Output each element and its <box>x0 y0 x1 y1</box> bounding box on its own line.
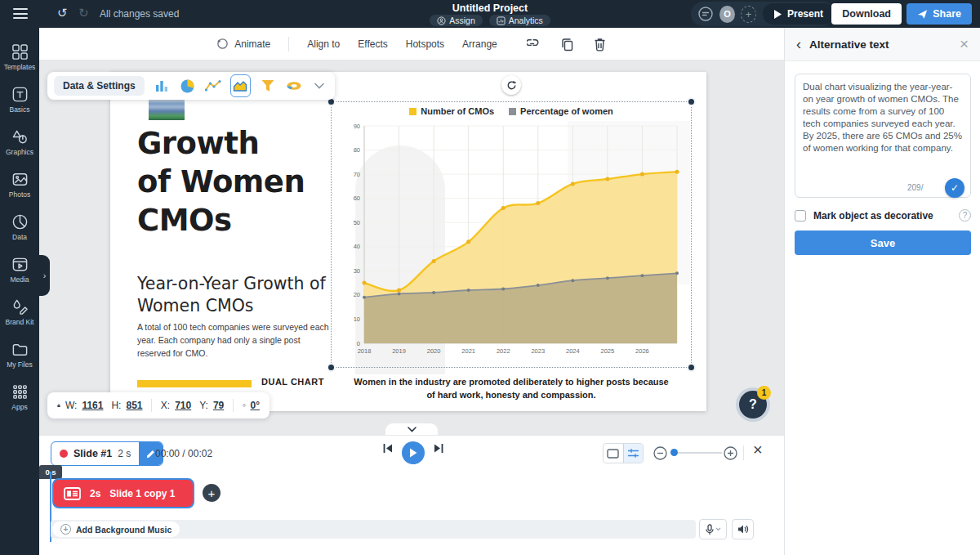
animate-button[interactable]: Animate <box>216 38 270 50</box>
zoom-out-button[interactable] <box>653 446 667 460</box>
speaker-button[interactable] <box>732 519 754 539</box>
toolbar-divider <box>288 37 289 51</box>
svg-text:2023: 2023 <box>531 347 545 355</box>
height-value[interactable]: 851 <box>126 400 142 411</box>
share-button[interactable]: Share <box>906 3 972 25</box>
rotation-value[interactable]: 0° <box>251 400 260 411</box>
sidebar-item-data[interactable]: Data <box>0 206 39 248</box>
present-label: Present <box>787 8 823 20</box>
link-icon[interactable] <box>527 36 542 51</box>
back-chevron-icon[interactable]: ‹ <box>796 36 801 53</box>
skip-forward-button[interactable] <box>433 442 444 454</box>
lock-icon[interactable] <box>57 400 60 411</box>
area-chart[interactable]: 0102030405060708090201820192020202120222… <box>343 123 682 358</box>
slide-chip[interactable]: Slide #1 2 s <box>51 441 163 466</box>
timeline-collapse-tab[interactable] <box>385 423 438 435</box>
donut-chart-icon[interactable] <box>285 76 303 96</box>
sidebar-item-graphics[interactable]: Graphics <box>0 121 39 163</box>
analytics-icon <box>497 16 506 25</box>
timeline-view-button[interactable] <box>623 444 644 463</box>
comments-icon[interactable] <box>697 6 714 23</box>
save-button[interactable]: Save <box>795 231 971 255</box>
chevron-down-icon[interactable] <box>310 76 328 96</box>
timeline-time: 00:00 / 00:02 <box>155 448 212 459</box>
chart-caption[interactable]: Women in the industry are promoted delib… <box>352 375 670 401</box>
decorative-checkbox[interactable] <box>795 210 806 222</box>
zoom-slider-track[interactable] <box>673 452 722 454</box>
play-button[interactable] <box>402 441 425 464</box>
sidebar-expand-chevron[interactable]: › <box>39 255 50 296</box>
sidebar-item-basics[interactable]: Basics <box>0 78 39 121</box>
record-dot-icon <box>60 450 68 458</box>
share-icon <box>917 9 928 20</box>
svg-text:2024: 2024 <box>566 347 580 355</box>
assign-button[interactable]: Assign <box>430 15 483 26</box>
skip-back-button[interactable] <box>382 442 394 454</box>
sidebar-item-apps[interactable]: Apps <box>0 376 39 418</box>
dimension-bar: W: 1161 H: 851 X: 710 Y: 79 0° <box>47 392 270 418</box>
delete-icon[interactable] <box>593 37 607 51</box>
microphone-button[interactable] <box>699 519 727 539</box>
photos-icon <box>11 171 29 188</box>
sidebar-item-templates[interactable]: Templates <box>0 36 39 78</box>
analytics-button[interactable]: Analytics <box>489 15 550 26</box>
arrange-button[interactable]: Arrange <box>462 38 497 50</box>
zoom-slider-handle[interactable] <box>670 449 678 456</box>
sidebar-item-photos[interactable]: Photos <box>0 163 39 206</box>
line-chart-icon[interactable] <box>204 76 222 96</box>
slide-title[interactable]: Growth of Women CMOs <box>137 124 305 239</box>
sidebar-item-brand-kit[interactable]: Brand Kit <box>0 291 39 333</box>
hotspots-button[interactable]: Hotspots <box>406 38 444 50</box>
chart-toolbar: Data & Settings <box>47 72 335 100</box>
sidebar-item-my-files[interactable]: My Files <box>0 333 39 376</box>
check-badge-icon: ✓ <box>945 178 964 198</box>
slide-card[interactable]: 2s Slide 1 copy 1 <box>52 478 194 508</box>
slide-body-text[interactable]: A total of 100 tech companies were surve… <box>137 320 332 360</box>
align-to-button[interactable]: Align to <box>307 38 340 50</box>
slide-view-button[interactable] <box>604 444 623 463</box>
funnel-chart-icon[interactable] <box>259 76 277 96</box>
legend-item-cmos[interactable]: Number of CMOs <box>409 106 494 116</box>
microphone-icon <box>706 524 714 535</box>
sidebar-item-media[interactable]: Media <box>0 248 39 291</box>
timeline-panel: Slide #1 2 s 00:00 / 00:02 <box>39 435 784 555</box>
timeline-view-toggle <box>603 443 644 463</box>
apps-icon <box>11 383 29 401</box>
effects-button[interactable]: Effects <box>358 38 387 50</box>
bar-chart-icon[interactable] <box>153 76 171 96</box>
download-button[interactable]: Download <box>831 3 902 25</box>
selection-handle-sw[interactable] <box>327 363 336 372</box>
legend-item-women[interactable]: Percentage of women <box>509 106 613 116</box>
avatar[interactable]: O <box>719 6 735 23</box>
y-value[interactable]: 79 <box>213 400 224 411</box>
alt-text-input[interactable]: Dual chart visualizing the year-year-on … <box>795 74 971 198</box>
area-chart-icon-selected[interactable] <box>230 74 251 97</box>
timeline-close-button[interactable]: × <box>753 441 763 459</box>
rotate-handle[interactable] <box>501 75 521 95</box>
help-circle-icon[interactable]: ? <box>959 209 971 222</box>
slide-canvas[interactable]: Growth of Women CMOs Year-on-Year Growth… <box>110 72 706 411</box>
top-bar: ↺ ↻ All changes saved Untitled Project A… <box>0 0 980 28</box>
selection-handle-ne[interactable] <box>687 97 696 106</box>
data-settings-button[interactable]: Data & Settings <box>54 76 145 96</box>
add-collaborator-button[interactable]: + <box>741 6 756 23</box>
folder-icon <box>11 341 29 358</box>
panel-close-icon[interactable]: × <box>960 35 969 53</box>
pie-chart-icon[interactable] <box>178 76 196 96</box>
add-background-music-button[interactable]: + Add Background Music <box>52 521 180 537</box>
y-label: Y: <box>199 400 208 411</box>
zoom-in-button[interactable] <box>724 446 737 460</box>
svg-text:10: 10 <box>354 316 360 323</box>
media-icon <box>11 256 29 273</box>
present-button[interactable]: Present <box>763 3 835 25</box>
selection-handle-se[interactable] <box>687 363 696 372</box>
duplicate-icon[interactable] <box>560 37 575 51</box>
object-toolbar: Animate Align to Effects Hotspots Arrang… <box>39 28 784 60</box>
width-value[interactable]: 1161 <box>82 400 103 411</box>
slide-subtitle[interactable]: Year-on-Year Growth of Women CMOs <box>137 273 341 317</box>
panel-header: ‹ Alternative text × <box>785 28 980 61</box>
x-value[interactable]: 710 <box>175 400 191 411</box>
add-slide-button[interactable]: + <box>203 484 220 502</box>
svg-text:2020: 2020 <box>427 347 441 355</box>
svg-text:2018: 2018 <box>358 347 372 355</box>
